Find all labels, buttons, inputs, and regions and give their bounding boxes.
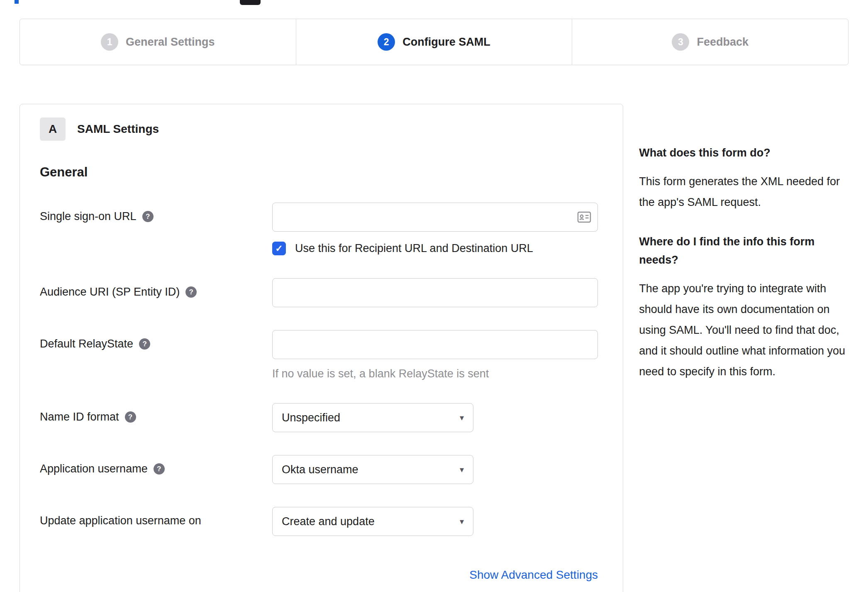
relay-state-hint: If no value is set, a blank RelayState i… xyxy=(272,367,603,380)
checkbox-label: Use this for Recipient URL and Destinati… xyxy=(295,242,533,255)
name-id-format-label-col: Name ID format ? xyxy=(40,403,272,423)
sso-url-control: ✓ Use this for Recipient URL and Destina… xyxy=(272,203,603,255)
contact-card-icon[interactable] xyxy=(577,211,591,223)
card-header: A SAML Settings xyxy=(40,117,603,141)
wizard-stepper: 1 General Settings 2 Configure SAML 3 Fe… xyxy=(20,19,848,65)
app-username-control: Okta username ▾ xyxy=(272,455,603,484)
relay-state-label: Default RelayState xyxy=(40,338,133,350)
chevron-down-icon: ▾ xyxy=(460,516,464,526)
app-username-label: Application username xyxy=(40,462,148,475)
step-feedback[interactable]: 3 Feedback xyxy=(572,19,848,65)
sso-url-input-wrap xyxy=(272,203,598,232)
sso-url-label-col: Single sign-on URL ? xyxy=(40,203,272,223)
sso-url-input[interactable] xyxy=(272,203,598,232)
advanced-settings-row: Show Advanced Settings xyxy=(272,568,598,582)
relay-state-input[interactable] xyxy=(272,330,598,359)
sidebar-heading-where: Where do I find the info this form needs… xyxy=(639,232,848,269)
name-id-format-control: Unspecified ▾ xyxy=(272,403,603,432)
step-configure-saml[interactable]: 2 Configure SAML xyxy=(296,19,572,65)
app-username-label-col: Application username ? xyxy=(40,455,272,475)
configure-saml-content: A SAML Settings General Single sign-on U… xyxy=(20,65,848,592)
help-icon[interactable]: ? xyxy=(142,211,154,222)
app-username-value: Okta username xyxy=(282,463,358,476)
relay-state-control: If no value is set, a blank RelayState i… xyxy=(272,330,603,380)
section-a-badge: A xyxy=(40,117,66,141)
name-id-format-label: Name ID format xyxy=(40,411,119,423)
update-app-username-label-col: Update application username on xyxy=(40,507,272,527)
relay-state-label-col: Default RelayState ? xyxy=(40,330,272,350)
audience-uri-input[interactable] xyxy=(272,278,598,307)
update-app-username-value: Create and update xyxy=(282,515,375,528)
sso-url-label: Single sign-on URL xyxy=(40,210,137,223)
sidebar-heading-what: What does this form do? xyxy=(639,144,848,162)
app-username-row: Application username ? Okta username ▾ xyxy=(40,455,603,484)
general-section-heading: General xyxy=(40,165,603,180)
help-icon[interactable]: ? xyxy=(185,286,197,298)
audience-uri-label-col: Audience URI (SP Entity ID) ? xyxy=(40,278,272,298)
update-app-username-row: Update application username on Create an… xyxy=(40,507,603,536)
step-2-circle: 2 xyxy=(378,33,395,51)
cutoff-title-fragment-blue xyxy=(15,0,19,4)
name-id-format-select[interactable]: Unspecified ▾ xyxy=(272,403,473,432)
help-sidebar: What does this form do? This form genera… xyxy=(639,104,848,402)
checkbox-checked[interactable]: ✓ xyxy=(272,242,286,255)
audience-uri-row: Audience URI (SP Entity ID) ? xyxy=(40,278,603,307)
step-3-label: Feedback xyxy=(697,36,749,49)
name-id-format-value: Unspecified xyxy=(282,411,340,424)
relay-state-row: Default RelayState ? If no value is set,… xyxy=(40,330,603,380)
sidebar-body-what: This form generates the XML needed for t… xyxy=(639,171,848,213)
audience-uri-label: Audience URI (SP Entity ID) xyxy=(40,286,180,298)
check-icon: ✓ xyxy=(275,243,283,254)
name-id-format-row: Name ID format ? Unspecified ▾ xyxy=(40,403,603,432)
app-username-select[interactable]: Okta username ▾ xyxy=(272,455,473,484)
sso-url-row: Single sign-on URL ? xyxy=(40,203,603,255)
step-1-label: General Settings xyxy=(126,36,215,49)
show-advanced-settings-link[interactable]: Show Advanced Settings xyxy=(469,568,598,581)
update-app-username-select[interactable]: Create and update ▾ xyxy=(272,507,473,536)
update-app-username-label: Update application username on xyxy=(40,514,201,527)
step-3-circle: 3 xyxy=(672,33,689,51)
help-icon[interactable]: ? xyxy=(139,338,150,350)
update-app-username-control: Create and update ▾ xyxy=(272,507,603,536)
help-icon[interactable]: ? xyxy=(154,463,165,475)
help-icon[interactable]: ? xyxy=(125,411,136,423)
card-title: SAML Settings xyxy=(77,122,159,136)
saml-settings-card: A SAML Settings General Single sign-on U… xyxy=(20,104,623,592)
step-1-circle: 1 xyxy=(101,33,118,51)
chevron-down-icon: ▾ xyxy=(460,413,464,423)
step-2-label: Configure SAML xyxy=(402,36,490,49)
sso-recipient-checkbox-row[interactable]: ✓ Use this for Recipient URL and Destina… xyxy=(272,242,603,255)
sidebar-body-where: The app you're trying to integrate with … xyxy=(639,278,848,382)
step-general-settings[interactable]: 1 General Settings xyxy=(20,19,296,65)
cutoff-logo-fragment xyxy=(240,0,261,5)
audience-uri-control xyxy=(272,278,603,307)
chevron-down-icon: ▾ xyxy=(460,465,464,475)
